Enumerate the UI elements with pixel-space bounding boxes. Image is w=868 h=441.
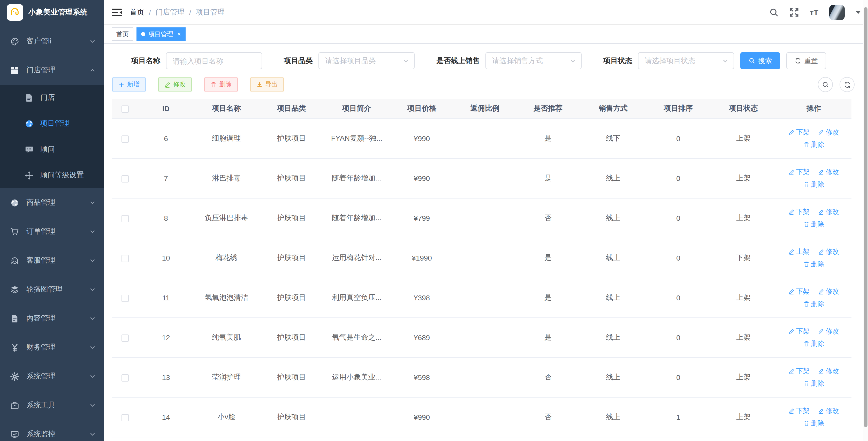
delete-link[interactable]: 删除 <box>803 377 824 389</box>
project-table: ID 项目名称 项目品类 项目简介 项目价格 返佣比例 是否推荐 销售方式 项目… <box>112 99 851 437</box>
delete-link[interactable]: 删除 <box>803 218 824 230</box>
avatar-caret-icon[interactable] <box>856 10 861 14</box>
edit-link[interactable]: 修改 <box>818 126 839 138</box>
sidebar-item-system[interactable]: 系统管理 <box>0 362 104 391</box>
project-category-select[interactable]: 请选择项目品类 <box>318 52 414 69</box>
edit-link[interactable]: 修改 <box>818 365 839 377</box>
select-all-header <box>112 99 138 118</box>
sidebar-item-store-mgmt[interactable]: 门店管理 <box>0 56 104 85</box>
filter-label-category: 项目品类 <box>284 56 313 65</box>
app-title: 小象美业管理系统 <box>28 8 88 17</box>
select-all-checkbox[interactable] <box>122 105 129 113</box>
row-checkbox[interactable] <box>122 374 129 381</box>
row-checkbox[interactable] <box>122 215 129 222</box>
add-button[interactable]: 新增 <box>112 77 146 92</box>
pencil-icon <box>818 248 824 255</box>
font-size-icon[interactable]: тT <box>810 8 818 16</box>
delete-link[interactable]: 删除 <box>803 138 824 151</box>
cell-category: 护肤项目 <box>259 158 324 198</box>
delete-button[interactable]: 删除 <box>204 77 238 92</box>
shelf-toggle-link[interactable]: 下架 <box>788 206 810 218</box>
shelf-toggle-link[interactable]: 下架 <box>788 325 810 337</box>
cell-actions: 下架修改删除 <box>776 357 851 397</box>
breadcrumb-home[interactable]: 首页 <box>130 7 144 17</box>
edit-link[interactable]: 修改 <box>818 285 839 297</box>
sidebar-item-content[interactable]: 内容管理 <box>0 304 104 333</box>
shelf-toggle-link[interactable]: 下架 <box>788 166 810 178</box>
delete-link[interactable]: 删除 <box>803 337 824 350</box>
cell-category: 护肤项目 <box>259 278 324 317</box>
monitor-icon <box>10 430 19 439</box>
sidebar-item-consultant-level[interactable]: 顾问等级设置 <box>0 162 104 188</box>
edit-button[interactable]: 修改 <box>158 77 192 92</box>
sidebar-item-label: 财务管理 <box>26 343 89 352</box>
sidebar-item-service[interactable]: 客服管理 <box>0 246 104 275</box>
scrollbar-thumb[interactable] <box>864 7 867 427</box>
main-area: 首页 / 门店管理 / 项目管理 тT <box>104 0 868 441</box>
row-checkbox[interactable] <box>122 135 129 143</box>
search-icon[interactable] <box>770 7 779 17</box>
project-status-select[interactable]: 请选择项目状态 <box>638 52 734 69</box>
export-button[interactable]: 导出 <box>250 77 284 92</box>
sidebar-item-customer[interactable]: 客户管li <box>0 27 104 56</box>
cell-name: 莹润护理 <box>194 357 259 397</box>
chevron-down-icon <box>89 286 96 293</box>
avatar[interactable] <box>829 4 845 20</box>
project-name-input[interactable] <box>166 52 262 69</box>
tab-project-mgmt[interactable]: 项目管理 × <box>136 27 186 41</box>
cell-sale-method: 线下 <box>581 118 646 158</box>
shelf-toggle-link[interactable]: 下架 <box>788 405 810 417</box>
cell-id: 10 <box>138 238 194 278</box>
show-search-toggle-button[interactable] <box>818 77 833 92</box>
search-button[interactable]: 搜索 <box>740 52 780 69</box>
delete-button-label: 删除 <box>219 80 231 89</box>
sidebar-item-store[interactable]: 门店 <box>0 85 104 111</box>
pencil-icon <box>818 368 824 374</box>
delete-link[interactable]: 删除 <box>803 178 824 190</box>
row-checkbox[interactable] <box>122 175 129 182</box>
edit-link[interactable]: 修改 <box>818 245 839 258</box>
plus-icon <box>118 82 125 88</box>
refresh-table-button[interactable] <box>840 77 855 92</box>
shelf-toggle-link[interactable]: 上架 <box>788 245 810 258</box>
edit-link[interactable]: 修改 <box>818 206 839 218</box>
delete-link[interactable]: 删除 <box>803 297 824 310</box>
cell-actions: 下架修改删除 <box>776 158 851 198</box>
cell-brief: 随着年龄增加... <box>324 158 389 198</box>
delete-link[interactable]: 删除 <box>803 417 824 429</box>
action-label: 删除 <box>811 138 824 151</box>
cell-sort: 0 <box>646 357 711 397</box>
tab-home[interactable]: 首页 <box>112 27 133 41</box>
edit-link[interactable]: 修改 <box>818 325 839 337</box>
sidebar-item-tools[interactable]: 系统工具 <box>0 391 104 420</box>
navbar: 首页 / 门店管理 / 项目管理 тT <box>104 0 868 25</box>
shelf-toggle-link[interactable]: 下架 <box>788 126 810 138</box>
action-label: 修改 <box>826 245 839 258</box>
cell-sort: 1 <box>646 397 711 437</box>
row-checkbox[interactable] <box>122 255 129 262</box>
app-logo-row[interactable]: 小象美业管理系统 <box>0 0 104 25</box>
edit-link[interactable]: 修改 <box>818 405 839 417</box>
row-checkbox[interactable] <box>122 334 129 342</box>
sidebar-fold-icon[interactable] <box>112 7 122 17</box>
toolbox-icon <box>10 401 19 410</box>
edit-link[interactable]: 修改 <box>818 166 839 178</box>
sidebar-item-consultant[interactable]: 顾问 <box>0 136 104 162</box>
active-tab-dot <box>141 32 145 36</box>
reset-button[interactable]: 重置 <box>786 52 826 69</box>
shelf-toggle-link[interactable]: 下架 <box>788 285 810 297</box>
sidebar-item-monitor[interactable]: 系统监控 <box>0 420 104 441</box>
row-checkbox[interactable] <box>122 294 129 302</box>
delete-link[interactable]: 删除 <box>803 258 824 270</box>
sidebar-item-carousel[interactable]: 轮播图管理 <box>0 275 104 304</box>
sidebar-item-orders[interactable]: 订单管理 <box>0 217 104 246</box>
sale-method-select[interactable]: 请选择销售方式 <box>486 52 582 69</box>
cell-id: 7 <box>138 158 194 198</box>
sidebar-item-project-mgmt[interactable]: 项目管理 <box>0 111 104 136</box>
sidebar-item-goods[interactable]: 商品管理 <box>0 188 104 217</box>
sidebar-item-finance[interactable]: 财务管理 <box>0 333 104 362</box>
row-checkbox[interactable] <box>122 414 129 421</box>
tab-close-icon[interactable]: × <box>177 31 181 37</box>
fullscreen-icon[interactable] <box>790 7 799 17</box>
shelf-toggle-link[interactable]: 下架 <box>788 365 810 377</box>
